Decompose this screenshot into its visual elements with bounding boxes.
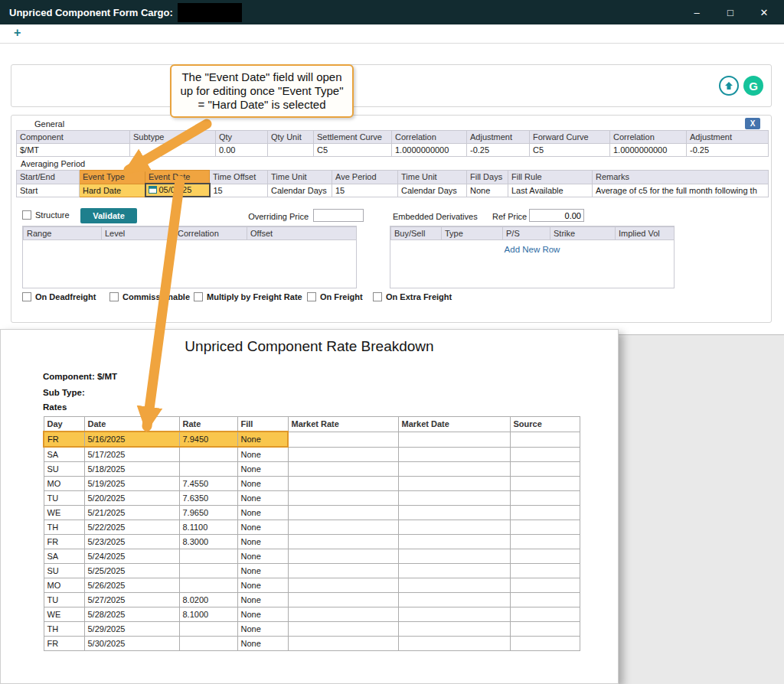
market-rate-cell [288, 477, 398, 491]
add-new-row-link[interactable]: Add New Row [390, 245, 674, 254]
time-unit-cell[interactable]: Calendar Days [268, 184, 332, 197]
rate-cell: 8.1100 [179, 520, 237, 535]
event-type-cell[interactable]: Hard Date [80, 184, 145, 197]
time-unit-2-cell[interactable]: Calendar Days [398, 184, 467, 197]
calendar-icon[interactable] [149, 185, 157, 196]
day-cell: SA [44, 549, 84, 564]
cell[interactable]: 0.00 [216, 144, 268, 157]
flag-on-deadfreight[interactable]: On Deadfreight [22, 292, 96, 301]
col-header-correlation: Correlation [610, 131, 687, 144]
day-cell: TU [44, 491, 84, 506]
col-header-p-s: P/S [503, 227, 550, 240]
col-header-market-date: Market Date [398, 417, 510, 432]
checkbox-box[interactable] [307, 292, 316, 301]
day-cell: WE [44, 506, 84, 520]
checkbox-box[interactable] [194, 292, 203, 301]
close-button[interactable]: ✕ [758, 7, 770, 18]
date-cell: 5/29/2025 [84, 622, 179, 637]
flag-on-freight[interactable]: On Freight [307, 292, 363, 301]
checkbox-box[interactable] [373, 292, 382, 301]
structure-checkbox[interactable]: Structure [22, 210, 70, 220]
rate-row: SA5/17/2025None [44, 447, 580, 462]
market-rate-cell [288, 607, 398, 622]
event-date-cell[interactable]: 05/01/25 [145, 184, 210, 197]
time-offset-cell[interactable]: 15 [210, 184, 268, 197]
minimize-button[interactable]: – [691, 7, 703, 18]
start-end-cell[interactable]: Start [17, 184, 80, 197]
col-header-adjustment: Adjustment [467, 131, 530, 144]
source-cell [510, 506, 580, 520]
market-rate-cell [288, 535, 398, 549]
ref-price-input[interactable] [529, 209, 584, 222]
cell[interactable]: $/MT [17, 144, 130, 157]
market-rate-cell [288, 447, 398, 462]
cell[interactable]: -0.25 [467, 144, 530, 157]
fill-rule-cell[interactable]: Last Available [508, 184, 593, 197]
col-header-day: Day [44, 417, 84, 432]
rate-row: TU5/20/20257.6350None [44, 491, 580, 506]
date-cell: 5/24/2025 [84, 549, 179, 564]
general-section-label: General [34, 119, 64, 129]
fill-cell: None [237, 520, 288, 535]
cell[interactable] [130, 144, 216, 157]
subtype-label: Sub Type: [43, 388, 85, 397]
flag-on-extra-freight[interactable]: On Extra Freight [373, 292, 452, 301]
add-tab-button[interactable]: + [14, 26, 21, 40]
range-table-body [23, 240, 356, 288]
rates-table: DayDateRateFillMarket RateMarket DateSou… [43, 416, 580, 651]
title-bar: Unpriced Component Form Cargo: – □ ✕ [0, 0, 784, 24]
fill-cell: None [237, 622, 288, 637]
range-header-row: RangeLevelCorrelationOffset [24, 227, 358, 240]
col-header-correlation: Correlation [175, 227, 247, 240]
overriding-price-input[interactable] [313, 209, 364, 222]
col-header-adjustment: Adjustment [687, 131, 769, 144]
source-cell [510, 535, 580, 549]
cell[interactable] [268, 144, 314, 157]
panel-close-button[interactable]: X [745, 118, 760, 129]
day-cell: TH [44, 622, 84, 637]
cell[interactable]: C5 [314, 144, 392, 157]
fill-cell: None [237, 593, 288, 607]
flag-label: Commissionable [122, 292, 190, 301]
rate-row: WE5/28/20258.1000None [44, 607, 580, 622]
component-form-panel: General X ComponentSubtypeQtyQty UnitSet… [11, 115, 772, 323]
col-header-implied-vol: Implied Vol [616, 227, 675, 240]
flag-commissionable[interactable]: Commissionable [109, 292, 190, 301]
derivatives-header-row: Buy/SellTypeP/SStrikeImplied Vol [391, 227, 675, 240]
remarks-cell[interactable]: Average of c5 for the full month followi… [593, 184, 769, 197]
cell[interactable]: C5 [530, 144, 610, 157]
rate-breakdown-panel: Unpriced Component Rate Breakdown Compon… [0, 329, 619, 684]
rate-cell [179, 637, 237, 651]
col-header-ave-period: Ave Period [332, 171, 398, 184]
averaging-data-row: Start Hard Date 05/01/25 15 Calendar Day… [17, 184, 769, 197]
flag-label: On Extra Freight [386, 292, 452, 301]
market-rate-cell [288, 593, 398, 607]
publish-icon[interactable] [719, 76, 739, 96]
rate-row: TH5/29/2025None [44, 622, 580, 637]
day-cell: MO [44, 477, 84, 491]
maximize-button[interactable]: □ [724, 7, 737, 18]
cell[interactable]: 1.0000000000 [610, 144, 687, 157]
cell[interactable]: -0.25 [687, 144, 769, 157]
checkbox-box[interactable] [22, 210, 31, 220]
day-cell: SU [44, 564, 84, 578]
col-header-fill: Fill [237, 417, 288, 432]
up-arrow-glyph [724, 81, 733, 90]
cell[interactable]: 1.0000000000 [392, 144, 467, 157]
market-date-cell [398, 520, 510, 535]
ave-period-cell[interactable]: 15 [332, 184, 398, 197]
market-date-cell [398, 637, 510, 651]
source-cell [510, 549, 580, 564]
checkbox-box[interactable] [22, 292, 31, 301]
checkbox-box[interactable] [109, 292, 119, 301]
market-rate-cell [288, 491, 398, 506]
market-date-cell [398, 593, 510, 607]
fill-days-cell[interactable]: None [467, 184, 508, 197]
col-header-forward-curve: Forward Curve [530, 131, 610, 144]
validate-button[interactable]: Validate [80, 208, 137, 223]
grammarly-icon[interactable]: G [743, 76, 763, 96]
window-controls: – □ ✕ [691, 7, 775, 18]
rate-cell: 7.9650 [179, 506, 237, 520]
flag-multiply-by-freight-rate[interactable]: Multiply by Freight Rate [194, 292, 302, 301]
col-header-event-type: Event Type [80, 171, 145, 184]
